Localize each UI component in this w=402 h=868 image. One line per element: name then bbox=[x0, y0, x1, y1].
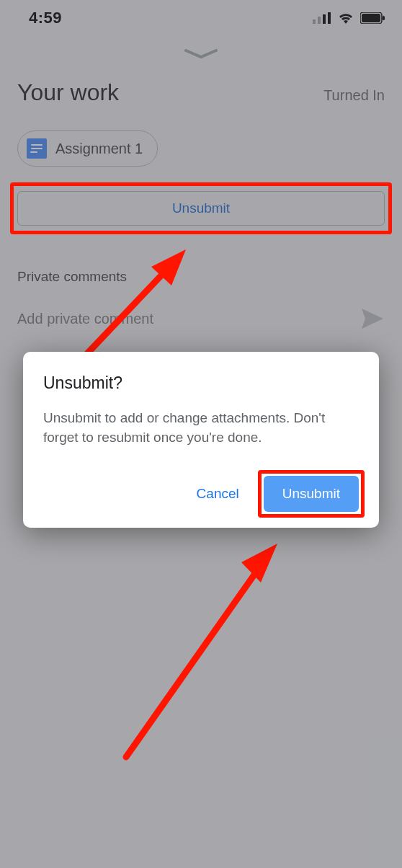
annotation-highlight bbox=[10, 182, 392, 234]
dialog-body: Unsubmit to add or change attachments. D… bbox=[43, 409, 359, 447]
unsubmit-dialog: Unsubmit? Unsubmit to add or change atta… bbox=[23, 352, 379, 528]
cancel-button[interactable]: Cancel bbox=[192, 479, 244, 509]
annotation-highlight bbox=[258, 470, 365, 518]
dialog-title: Unsubmit? bbox=[43, 373, 359, 393]
